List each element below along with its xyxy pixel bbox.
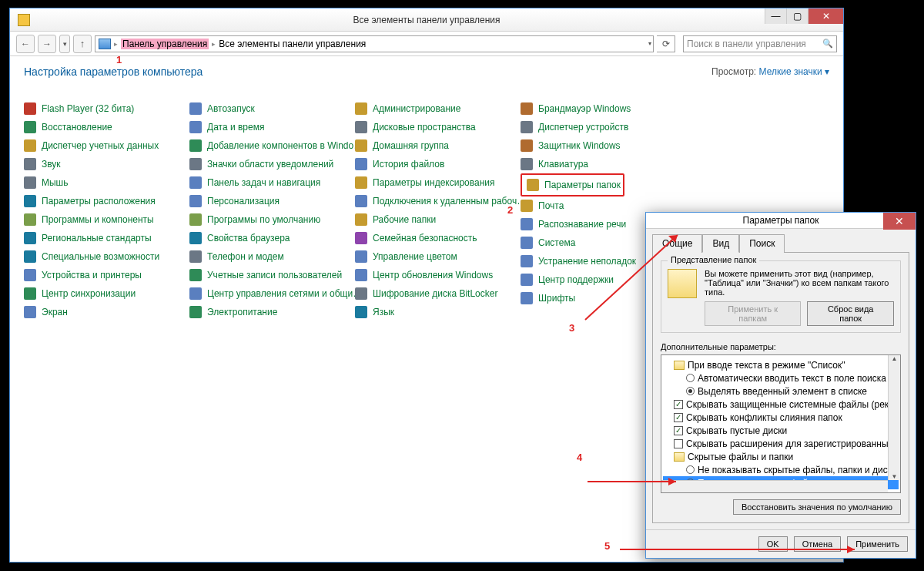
control-panel-item[interactable]: Программы по умолчанию (189, 210, 355, 229)
control-panel-item[interactable]: Рабочие папки (355, 210, 521, 229)
control-panel-item[interactable]: Значки области уведомлений (189, 155, 355, 173)
control-panel-item[interactable]: Защитник Windows (521, 136, 686, 155)
search-placeholder: Поиск в панели управления (687, 39, 806, 49)
back-button[interactable]: ← (16, 35, 35, 53)
tree-row[interactable]: Не показывать скрытые файлы, папки и дис… (663, 463, 899, 476)
tree-row[interactable]: ✓Скрывать конфликты слияния папок (663, 411, 899, 424)
control-panel-item[interactable]: Экран (24, 303, 189, 321)
item-icon (355, 139, 367, 152)
control-panel-item[interactable]: Региональные стандарты (24, 229, 189, 247)
dialog-close-button[interactable]: ✕ (883, 213, 916, 230)
control-panel-item[interactable]: Центр синхронизации (24, 284, 189, 303)
control-panel-item[interactable]: Персонализация (189, 192, 355, 210)
control-panel-item[interactable]: Семейная безопасность (355, 229, 521, 247)
control-panel-item[interactable]: Клавиатура (521, 155, 686, 173)
tab-view[interactable]: Вид (702, 234, 739, 253)
control-panel-item[interactable]: Панель задач и навигация (189, 173, 355, 192)
control-panel-item[interactable]: Звук (24, 155, 189, 173)
cancel-button[interactable]: Отмена (794, 536, 841, 552)
checkbox[interactable]: ✓ (674, 413, 683, 422)
control-panel-item[interactable]: Диспетчер устройств (521, 118, 686, 136)
tree-row[interactable]: При вводе текста в режиме "Список" (663, 358, 899, 371)
folder-icon[interactable] (674, 452, 685, 462)
item-icon (24, 250, 36, 263)
item-icon (189, 250, 202, 263)
control-panel-item[interactable]: Добавление компонентов в Windo… (189, 136, 355, 155)
control-panel-item[interactable]: Центр управления сетями и общи… (189, 284, 355, 303)
item-label: Параметры папок (544, 180, 621, 190)
radio[interactable] (686, 374, 695, 382)
control-panel-item[interactable]: Шифрование диска BitLocker (355, 284, 521, 303)
tree-row[interactable]: ✓Скрывать защищенные системные файлы (ре… (663, 398, 899, 411)
control-panel-item[interactable]: Язык (355, 303, 521, 321)
tree-row[interactable]: Выделять введенный элемент в списке (663, 385, 899, 398)
dialog-title: Параметры папок (743, 215, 819, 226)
control-panel-item[interactable]: Автозапуск (189, 99, 355, 118)
horizontal-scrollbar[interactable] (661, 480, 888, 492)
control-panel-item[interactable]: Дисковые пространства (355, 118, 521, 136)
address-bar[interactable]: ▸ Панель управления ▸ Все элементы панел… (95, 35, 654, 52)
control-panel-item[interactable]: Устройства и принтеры (24, 266, 189, 284)
reset-folders-button[interactable]: Сброс вида папок (807, 301, 894, 326)
annotation-5: 5 (604, 540, 610, 552)
control-panel-item[interactable]: Свойства браузера (189, 229, 355, 247)
forward-button[interactable]: → (38, 35, 56, 53)
view-selector[interactable]: Просмотр: Мелкие значки ▾ (711, 66, 829, 77)
tree-row[interactable]: ✓Скрывать пустые диски (663, 424, 899, 437)
view-value[interactable]: Мелкие значки ▾ (759, 66, 829, 77)
search-input[interactable]: Поиск в панели управления (683, 35, 837, 52)
tab-general[interactable]: Общие (652, 234, 702, 253)
checkbox[interactable] (674, 439, 683, 448)
control-panel-item[interactable]: Подключения к удаленным рабоч… (355, 192, 521, 210)
close-button[interactable]: ✕ (808, 8, 843, 24)
tree-row[interactable]: Скрытые файлы и папки (663, 450, 899, 463)
control-panel-item[interactable]: Электропитание (189, 303, 355, 321)
tree-row[interactable]: Автоматически вводить текст в поле поиск… (663, 371, 899, 385)
dialog-titlebar: Параметры папок ✕ (646, 213, 916, 229)
refresh-button[interactable]: ⟳ (657, 35, 675, 52)
control-panel-item[interactable]: Восстановление (24, 118, 189, 136)
checkbox[interactable]: ✓ (674, 400, 683, 409)
control-panel-item[interactable]: Специальные возможности (24, 247, 189, 266)
address-dropdown-icon[interactable]: ▾ (648, 40, 651, 47)
radio[interactable] (686, 465, 695, 474)
item-icon (24, 232, 36, 244)
folder-icon[interactable] (674, 361, 685, 370)
control-panel-item[interactable]: Дата и время (189, 118, 355, 136)
vertical-scrollbar[interactable] (888, 355, 900, 480)
control-panel-item[interactable]: Управление цветом (355, 247, 521, 266)
apply-to-folders-button[interactable]: Применить к папкам (705, 301, 801, 326)
apply-button[interactable]: Применить (847, 536, 908, 552)
maximize-button[interactable]: ▢ (786, 8, 808, 24)
ok-button[interactable]: OK (758, 536, 788, 552)
control-panel-item[interactable]: Учетные записи пользователей (189, 266, 355, 284)
breadcrumb-root[interactable]: Панель управления (121, 39, 209, 49)
tab-search[interactable]: Поиск (739, 234, 785, 253)
recent-locations-button[interactable]: ▾ (59, 35, 70, 53)
control-panel-item[interactable]: Параметры папок (521, 173, 624, 196)
minimize-button[interactable]: — (765, 8, 786, 24)
advanced-settings-tree[interactable]: При вводе текста в режиме "Список"Автома… (661, 354, 901, 493)
up-button[interactable]: ↑ (73, 35, 92, 53)
control-panel-item[interactable]: Параметры индексирования (355, 173, 521, 192)
checkbox[interactable]: ✓ (674, 426, 683, 435)
tree-label: Скрывать расширения для зарегистрированн… (686, 438, 901, 449)
tree-row[interactable]: Скрывать расширения для зарегистрированн… (663, 437, 899, 450)
control-panel-item[interactable]: История файлов (355, 155, 521, 173)
radio[interactable] (686, 387, 695, 395)
control-panel-item[interactable]: Брандмауэр Windows (521, 99, 686, 118)
control-panel-item[interactable]: Мышь (24, 173, 189, 192)
control-panel-item[interactable]: Администрирование (355, 99, 521, 118)
control-panel-item[interactable]: Телефон и модем (189, 247, 355, 266)
item-icon (521, 121, 533, 133)
control-panel-item[interactable]: Центр обновления Windows (355, 266, 521, 284)
control-panel-item[interactable]: Программы и компоненты (24, 210, 189, 229)
item-icon (521, 274, 533, 286)
control-panel-item[interactable]: Диспетчер учетных данных (24, 136, 189, 155)
restore-defaults-button[interactable]: Восстановить значения по умолчанию (733, 499, 901, 515)
control-panel-item[interactable]: Параметры расположения (24, 192, 189, 210)
control-panel-item[interactable]: Домашняя группа (355, 136, 521, 155)
breadcrumb-current[interactable]: Все элементы панели управления (219, 39, 366, 49)
control-panel-item[interactable]: Flash Player (32 бита) (24, 99, 189, 118)
item-label: Устройства и принтеры (42, 270, 142, 280)
